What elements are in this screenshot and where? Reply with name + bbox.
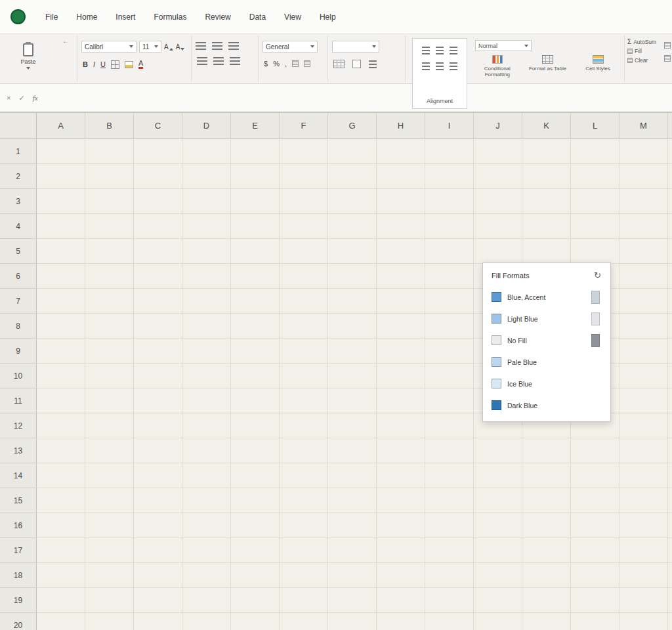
- grid-cell[interactable]: [37, 139, 85, 164]
- refresh-icon[interactable]: ↻: [594, 270, 601, 280]
- align-left-icon[interactable]: [197, 57, 207, 65]
- grid-cell[interactable]: [522, 164, 571, 189]
- grid-cell[interactable]: [377, 438, 425, 463]
- percent-format-button[interactable]: %: [273, 60, 280, 68]
- row-header-18[interactable]: 18: [0, 563, 37, 588]
- grid-cell[interactable]: [182, 139, 231, 164]
- grid-cell[interactable]: [571, 513, 620, 538]
- grid-cell[interactable]: [377, 538, 425, 563]
- grid-cell[interactable]: [522, 438, 571, 463]
- grid-cell[interactable]: [668, 339, 672, 364]
- grid-cell[interactable]: [620, 239, 668, 264]
- grid-cell[interactable]: [425, 538, 474, 563]
- grid-cell[interactable]: [377, 364, 425, 388]
- column-header-l[interactable]: L: [571, 113, 620, 139]
- grid-cell[interactable]: [571, 563, 620, 588]
- grid-cell[interactable]: [280, 588, 328, 613]
- grid-cell[interactable]: [425, 339, 474, 364]
- grid-cell[interactable]: [620, 264, 668, 289]
- grid-cell[interactable]: [85, 488, 134, 513]
- grid-cell[interactable]: [280, 214, 328, 239]
- grid-cell[interactable]: [425, 388, 474, 413]
- grid-cell[interactable]: [377, 588, 425, 613]
- column-header-c[interactable]: C: [134, 113, 182, 139]
- grid-cell[interactable]: [474, 613, 522, 630]
- row-header-3[interactable]: 3: [0, 189, 37, 214]
- grid-cell[interactable]: [620, 463, 668, 488]
- grid-cell[interactable]: [280, 164, 328, 189]
- grid-cell[interactable]: [668, 413, 672, 438]
- font-size-select[interactable]: 11: [139, 41, 161, 52]
- menu-item-insert[interactable]: Insert: [116, 12, 135, 22]
- column-header-a[interactable]: A: [37, 113, 85, 139]
- grid-cell[interactable]: [231, 314, 280, 339]
- grid-cell[interactable]: [328, 264, 377, 289]
- style-option[interactable]: Dark Blue: [483, 394, 610, 416]
- grid-cell[interactable]: [425, 239, 474, 264]
- grid-cell[interactable]: [85, 264, 134, 289]
- grid-cell[interactable]: [231, 189, 280, 214]
- comma-format-button[interactable]: ,: [285, 60, 287, 68]
- menu-item-view[interactable]: View: [284, 12, 301, 22]
- grid-cell[interactable]: [668, 463, 672, 488]
- font-name-select[interactable]: Calibri: [81, 41, 136, 52]
- grid-cell[interactable]: [85, 413, 134, 438]
- grid-cell[interactable]: [328, 189, 377, 214]
- grid-cell[interactable]: [85, 438, 134, 463]
- grid-cell[interactable]: [37, 438, 85, 463]
- grid-cell[interactable]: [328, 139, 377, 164]
- grid-cell[interactable]: [134, 588, 182, 613]
- row-header-15[interactable]: 15: [0, 488, 37, 513]
- grid-cell[interactable]: [134, 563, 182, 588]
- grid-cell[interactable]: [134, 264, 182, 289]
- sort-filter-icon[interactable]: [664, 42, 671, 49]
- grid-cell[interactable]: [474, 463, 522, 488]
- grid-cell[interactable]: [134, 139, 182, 164]
- grid-cell[interactable]: [668, 164, 672, 189]
- insert-cells-icon[interactable]: [333, 60, 345, 68]
- column-header-f[interactable]: F: [280, 113, 328, 139]
- grid-cell[interactable]: [328, 339, 377, 364]
- grid-cell[interactable]: [134, 364, 182, 388]
- grid-cell[interactable]: [85, 339, 134, 364]
- grid-cell[interactable]: [668, 139, 672, 164]
- grow-font-button[interactable]: A: [164, 43, 173, 51]
- grid-cell[interactable]: [231, 339, 280, 364]
- grid-cell[interactable]: [474, 438, 522, 463]
- grid-cell[interactable]: [37, 339, 85, 364]
- grid-cell[interactable]: [134, 339, 182, 364]
- grid-cell[interactable]: [37, 239, 85, 264]
- align-center-icon[interactable]: [436, 47, 444, 54]
- align-center-icon[interactable]: [213, 57, 224, 65]
- grid-cell[interactable]: [668, 613, 672, 630]
- grid-cell[interactable]: [474, 588, 522, 613]
- grid-cell[interactable]: [182, 364, 231, 388]
- grid-cell[interactable]: [85, 214, 134, 239]
- row-header-4[interactable]: 4: [0, 214, 37, 239]
- grid-cell[interactable]: [474, 189, 522, 214]
- grid-cell[interactable]: [328, 364, 377, 388]
- font-color-button[interactable]: A: [138, 60, 143, 69]
- grid-cell[interactable]: [571, 538, 620, 563]
- grid-cell[interactable]: [522, 463, 571, 488]
- cell-styles-button[interactable]: Cell Styles: [574, 55, 621, 77]
- grid-cell[interactable]: [328, 563, 377, 588]
- currency-format-button[interactable]: $: [264, 60, 268, 68]
- grid-cell[interactable]: [85, 314, 134, 339]
- column-header-n[interactable]: N: [668, 113, 672, 139]
- grid-cell[interactable]: [620, 413, 668, 438]
- grid-cell[interactable]: [280, 513, 328, 538]
- grid-cell[interactable]: [85, 388, 134, 413]
- grid-cell[interactable]: [668, 239, 672, 264]
- grid-cell[interactable]: [425, 264, 474, 289]
- grid-cell[interactable]: [280, 364, 328, 388]
- grid-cell[interactable]: [280, 413, 328, 438]
- grid-cell[interactable]: [668, 364, 672, 388]
- grid-cell[interactable]: [620, 613, 668, 630]
- grid-cell[interactable]: [231, 239, 280, 264]
- grid-cell[interactable]: [182, 339, 231, 364]
- cancel-icon[interactable]: ×: [7, 94, 10, 102]
- grid-cell[interactable]: [182, 289, 231, 314]
- grid-cell[interactable]: [425, 214, 474, 239]
- grid-cell[interactable]: [620, 438, 668, 463]
